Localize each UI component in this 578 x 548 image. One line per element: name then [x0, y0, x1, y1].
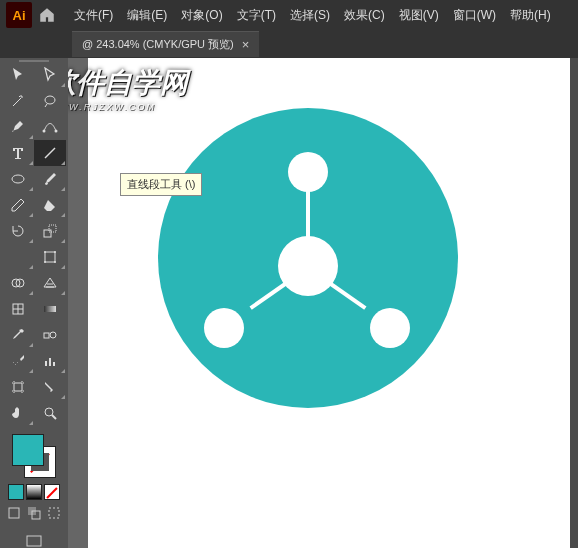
svg-line-2 [45, 148, 55, 158]
mesh-tool[interactable] [2, 296, 34, 322]
free-transform-tool[interactable] [34, 244, 66, 270]
column-graph-tool[interactable] [34, 348, 66, 374]
tool-tooltip: 直线段工具 (\) [120, 173, 202, 196]
zoom-tool[interactable] [34, 400, 66, 426]
gradient-tool[interactable] [34, 296, 66, 322]
svg-point-0 [43, 130, 46, 133]
menu-bar: Ai 文件(F) 编辑(E) 对象(O) 文字(T) 选择(S) 效果(C) 视… [0, 0, 578, 30]
menu-select[interactable]: 选择(S) [284, 3, 336, 28]
svg-rect-15 [44, 333, 49, 338]
symbol-sprayer-tool[interactable] [2, 348, 34, 374]
width-tool[interactable] [2, 244, 34, 270]
selection-tool[interactable] [2, 62, 34, 88]
toolbox [0, 58, 68, 548]
svg-point-1 [55, 130, 58, 133]
draw-behind-icon[interactable] [24, 504, 44, 522]
line-segment-tool[interactable] [34, 140, 66, 166]
watermark: 软件自学网 WWW.RJZXW.COM [68, 64, 188, 112]
svg-rect-6 [45, 252, 55, 262]
menu-edit[interactable]: 编辑(E) [121, 3, 173, 28]
svg-point-9 [44, 261, 46, 263]
app-logo: Ai [6, 2, 32, 28]
svg-rect-17 [14, 383, 22, 391]
scale-tool[interactable] [34, 218, 66, 244]
canvas-area[interactable]: 软件自学网 WWW.RJZXW.COM 直线段工具 (\) [68, 58, 578, 548]
hand-tool[interactable] [2, 400, 34, 426]
color-mode-chip[interactable] [8, 484, 24, 500]
menu-file[interactable]: 文件(F) [68, 3, 119, 28]
shape-builder-tool[interactable] [2, 270, 34, 296]
tab-bar: @ 243.04% (CMYK/GPU 预览) × [0, 30, 578, 58]
svg-line-19 [52, 415, 56, 419]
menu-effect[interactable]: 效果(C) [338, 3, 391, 28]
menu-window[interactable]: 窗口(W) [447, 3, 502, 28]
fill-swatch[interactable] [12, 434, 44, 466]
artwork-node [204, 308, 244, 348]
artwork-node [278, 236, 338, 296]
curvature-tool[interactable] [34, 114, 66, 140]
menu-type[interactable]: 文字(T) [231, 3, 282, 28]
blend-tool[interactable] [34, 322, 66, 348]
draw-inside-icon[interactable] [44, 504, 64, 522]
artwork-circle [158, 108, 458, 408]
draw-normal-icon[interactable] [4, 504, 24, 522]
slice-tool[interactable] [34, 374, 66, 400]
document-tab[interactable]: @ 243.04% (CMYK/GPU 预览) × [72, 31, 259, 57]
artwork-node [288, 152, 328, 192]
svg-point-10 [54, 261, 56, 263]
tab-label: @ 243.04% (CMYK/GPU 预览) [82, 37, 234, 52]
pen-tool[interactable] [2, 114, 34, 140]
eraser-tool[interactable] [34, 192, 66, 218]
artwork-node [370, 308, 410, 348]
close-icon[interactable]: × [242, 37, 250, 52]
none-mode-chip[interactable] [44, 484, 60, 500]
perspective-grid-tool[interactable] [34, 270, 66, 296]
fill-stroke-swatches [2, 430, 66, 548]
artboard[interactable]: 软件自学网 WWW.RJZXW.COM [88, 58, 570, 548]
svg-rect-5 [49, 225, 56, 232]
svg-rect-14 [44, 306, 56, 312]
menu-items: 文件(F) 编辑(E) 对象(O) 文字(T) 选择(S) 效果(C) 视图(V… [68, 3, 557, 28]
menu-object[interactable]: 对象(O) [175, 3, 228, 28]
pencil-tool[interactable] [2, 192, 34, 218]
gradient-mode-chip[interactable] [26, 484, 42, 500]
svg-point-3 [12, 175, 24, 183]
svg-rect-24 [27, 536, 41, 546]
direct-selection-tool[interactable] [34, 62, 66, 88]
svg-point-7 [44, 251, 46, 253]
svg-rect-23 [49, 508, 59, 518]
svg-rect-20 [9, 508, 19, 518]
rotate-tool[interactable] [2, 218, 34, 244]
svg-point-8 [54, 251, 56, 253]
ellipse-tool[interactable] [2, 166, 34, 192]
home-icon[interactable] [38, 6, 56, 24]
menu-help[interactable]: 帮助(H) [504, 3, 557, 28]
paintbrush-tool[interactable] [34, 166, 66, 192]
watermark-sub: WWW.RJZXW.COM [68, 102, 188, 112]
magic-wand-tool[interactable] [2, 88, 34, 114]
screen-mode-icon[interactable] [23, 532, 45, 548]
vertical-scrollbar[interactable] [570, 58, 578, 548]
svg-point-16 [50, 332, 56, 338]
artboard-tool[interactable] [2, 374, 34, 400]
lasso-tool[interactable] [34, 88, 66, 114]
menu-view[interactable]: 视图(V) [393, 3, 445, 28]
svg-rect-4 [44, 230, 51, 237]
type-tool[interactable] [2, 140, 34, 166]
watermark-text: 软件自学网 [68, 67, 188, 98]
eyedropper-tool[interactable] [2, 322, 34, 348]
svg-point-18 [45, 408, 53, 416]
